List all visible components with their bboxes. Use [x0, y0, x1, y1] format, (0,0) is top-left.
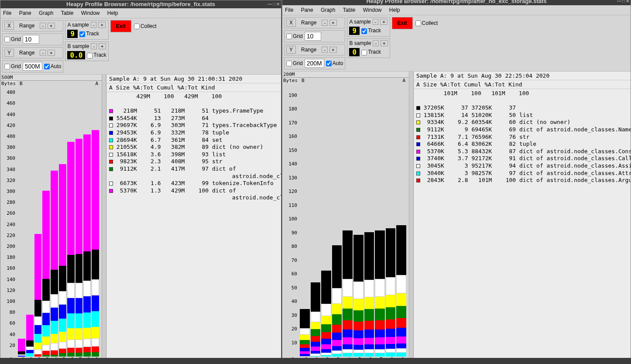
chart-scrollbar[interactable]	[102, 75, 106, 363]
sample-plus[interactable]: +	[99, 43, 106, 49]
sample-minus[interactable]: -	[373, 19, 379, 25]
menu-table[interactable]: Table	[343, 7, 356, 13]
table-title: Sample A: 9 at Sun Aug 30 21:00:31 2020	[106, 75, 281, 83]
window-controls[interactable]: —□✕	[616, 0, 629, 5]
track-check[interactable]: Track	[79, 31, 99, 37]
menu-window[interactable]: Window	[81, 10, 100, 16]
track-check-b[interactable]: Track	[361, 49, 381, 55]
chart[interactable]: 1020304050607080901001101201301401501601…	[282, 78, 409, 357]
sample-a-value: 9	[349, 27, 360, 35]
sample-minus[interactable]: -	[91, 43, 97, 49]
sample-b-label: B sample	[349, 40, 371, 46]
sample-plus[interactable]: +	[380, 19, 387, 25]
sample-minus[interactable]: -	[373, 40, 379, 46]
menu-help[interactable]: Help	[389, 7, 400, 13]
table-body: 429M 100 429M 100 218M 51 218M 51 types.…	[106, 92, 281, 203]
exit-button[interactable]: Exit	[392, 17, 413, 29]
sample-a-label: A sample	[67, 22, 89, 28]
sample-b-value: 0.0	[67, 51, 85, 59]
chart-bytes-label: Bytes	[282, 78, 298, 83]
table-header: A Size %A:Tot Cumul %A:Tot Kind	[106, 83, 281, 92]
range-label: Range	[301, 47, 316, 53]
grid-check-y[interactable]: Grid	[286, 60, 303, 66]
chart-ymax: 200M	[282, 72, 409, 78]
range-plus[interactable]: +	[329, 47, 336, 53]
track-check[interactable]: Track	[361, 27, 381, 34]
range-label: Range	[19, 23, 34, 29]
menu-bar: File Pane Graph Table Window Help	[0, 8, 281, 18]
title-text: Heapy Profile Browser: /home/rtpg/tmp/af…	[366, 0, 546, 4]
table-body: 101M 100 101M 100 37205K 37 37205K 37 13…	[414, 89, 631, 185]
table-header: A Size %A:Tot Cumul %A:Tot Kind	[414, 80, 631, 89]
range-plus[interactable]: +	[48, 50, 55, 56]
window-controls[interactable]: —□✕	[267, 1, 280, 8]
range-minus[interactable]: -	[40, 23, 46, 29]
marker-b: B	[20, 81, 23, 86]
sample-a-label: A sample	[349, 19, 370, 25]
range-plus[interactable]: +	[48, 23, 55, 29]
range-plus[interactable]: +	[329, 20, 336, 26]
menu-window[interactable]: Window	[363, 7, 382, 13]
auto-check[interactable]: Auto	[326, 60, 343, 66]
title-text: Heapy Profile Browser: /home/rtpg/tmp/be…	[66, 1, 215, 7]
grid-check[interactable]: Grid	[4, 36, 21, 42]
statusbar	[0, 358, 631, 364]
range-minus[interactable]: -	[322, 20, 328, 26]
chart-scrollbar[interactable]	[409, 72, 413, 363]
y-panel: Y Range - +	[2, 47, 63, 58]
collect-check[interactable]: Collect	[415, 20, 438, 26]
menu-help[interactable]: Help	[107, 10, 118, 16]
range-minus[interactable]: -	[40, 50, 46, 56]
table-title: Sample A: 9 at Sun Aug 30 22:25:04 2020	[414, 72, 631, 80]
collect-check[interactable]: Collect	[134, 23, 157, 29]
menu-bar: File Pane Graph Table Window Help	[282, 5, 631, 15]
auto-check[interactable]: Auto	[44, 63, 62, 69]
y-axis-button[interactable]: Y	[4, 49, 14, 57]
sample-plus[interactable]: +	[381, 40, 388, 46]
track-check-b[interactable]: Track	[87, 52, 106, 58]
chart[interactable]: 2040608010012014016018020022024026028030…	[0, 81, 102, 357]
grid-value[interactable]: 10	[305, 32, 321, 41]
marker-b: B	[302, 78, 305, 83]
grid-value[interactable]: 10	[23, 35, 39, 44]
sample-plus[interactable]: +	[98, 22, 105, 28]
marker-a: A	[95, 81, 98, 86]
grid-check-y[interactable]: Grid	[4, 63, 21, 69]
window-title: Heapy Profile Browser: /home/rtpg/tmp/be…	[0, 0, 281, 8]
sample-minus[interactable]: -	[91, 22, 97, 28]
range-label: Range	[19, 50, 34, 56]
toolbar: X Range - + Grid 10 Y Range - + Grid 500…	[0, 18, 281, 75]
menu-file[interactable]: File	[3, 10, 11, 16]
menu-graph[interactable]: Graph	[39, 10, 53, 16]
range-label: Range	[301, 20, 316, 26]
marker-a: A	[402, 78, 405, 83]
menu-graph[interactable]: Graph	[321, 7, 335, 13]
grid-value-y[interactable]: 200M	[305, 59, 324, 68]
menu-table[interactable]: Table	[61, 10, 74, 16]
chart-ymax: 500M	[0, 75, 102, 81]
x-axis-button[interactable]: X	[4, 22, 14, 30]
x-panel: X Range - +	[2, 20, 63, 31]
exit-button[interactable]: Exit	[110, 20, 131, 32]
grid-value-y[interactable]: 500M	[23, 62, 42, 71]
grid-check[interactable]: Grid	[286, 33, 303, 39]
menu-file[interactable]: File	[285, 7, 293, 13]
chart-bytes-label: Bytes	[0, 81, 17, 86]
sample-a-panel: A sample - + 9 Track	[65, 20, 108, 40]
sample-b-panel: B sample - + 0.0 Track	[65, 41, 108, 61]
range-minus[interactable]: -	[322, 47, 328, 53]
menu-pane[interactable]: Pane	[301, 7, 313, 13]
sample-b-value: 0	[349, 48, 360, 56]
x-axis-button[interactable]: X	[286, 19, 296, 27]
y-axis-button[interactable]: Y	[286, 46, 296, 54]
sample-a-value: 9	[67, 30, 78, 38]
sample-b-label: B sample	[67, 43, 89, 49]
toolbar: X Range - + Grid 10 Y Range - + Grid 200…	[282, 15, 631, 72]
menu-pane[interactable]: Pane	[19, 10, 31, 16]
window-title: Heapy Profile Browser: /home/rtpg/tmp/af…	[282, 0, 631, 5]
